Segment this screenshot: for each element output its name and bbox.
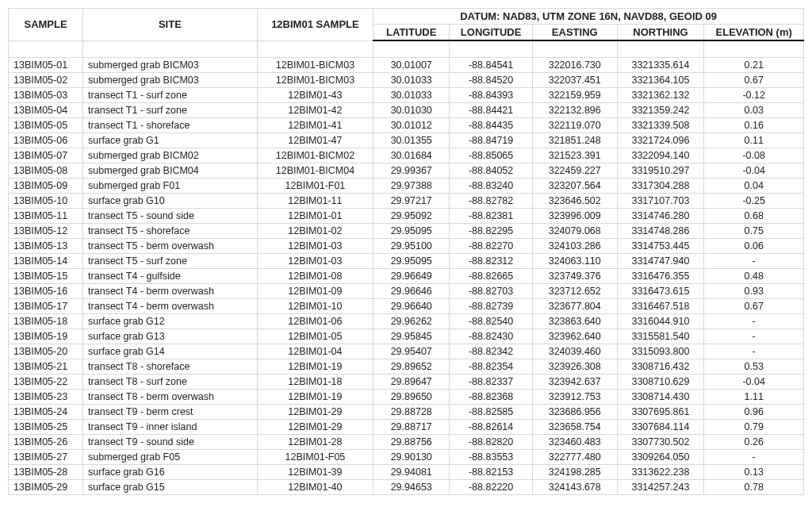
cell-north: 3317107.703 (617, 194, 704, 209)
cell-elev: 0.75 (704, 224, 804, 239)
cell-lat: 30.01007 (373, 58, 450, 73)
table-row: 13BIM05-29surface grab G1512BIM01-4029.9… (9, 480, 804, 495)
cell-bim: 12BIM01-03 (257, 254, 373, 269)
cell-lat: 29.95095 (373, 254, 450, 269)
cell-sample: 13BIM05-14 (9, 254, 83, 269)
cell-lat: 30.01033 (373, 88, 450, 103)
cell-bim: 12BIM01-40 (257, 480, 373, 495)
table-row: 13BIM05-04transect T1 - surf zone12BIM01… (9, 103, 804, 118)
cell-east: 321523.391 (532, 148, 617, 163)
table-row: 13BIM05-27submerged grab F0512BIM01-F052… (9, 450, 804, 465)
table-row: 13BIM05-17transect T4 - berm overwash12B… (9, 299, 804, 314)
table-row: 13BIM05-24transect T9 - berm crest12BIM0… (9, 405, 804, 420)
col-north: NORTHING (617, 25, 704, 41)
cell-elev: 0.67 (704, 299, 804, 314)
cell-bim: 12BIM01-28 (257, 435, 373, 450)
cell-sample: 13BIM05-17 (9, 299, 83, 314)
table-row: 13BIM05-23transect T8 - berm overwash12B… (9, 390, 804, 405)
cell-site: transect T1 - surf zone (83, 88, 258, 103)
cell-elev: -0.12 (704, 88, 804, 103)
table-row: 13BIM05-21transect T8 - shoreface12BIM01… (9, 359, 804, 374)
cell-bim: 12BIM01-F01 (257, 179, 373, 194)
cell-lon: -88.82430 (450, 329, 533, 344)
cell-bim: 12BIM01-18 (257, 374, 373, 390)
cell-north: 3308716.432 (617, 359, 704, 374)
cell-north: 3315581.540 (617, 329, 704, 344)
cell-bim: 12BIM01-19 (257, 359, 373, 374)
cell-bim: 12BIM01-41 (257, 118, 373, 133)
cell-lat: 29.94081 (373, 465, 450, 480)
cell-elev: 0.53 (704, 359, 804, 374)
cell-sample: 13BIM05-19 (9, 329, 83, 344)
cell-sample: 13BIM05-02 (9, 73, 83, 88)
cell-site: surface grab G15 (83, 480, 258, 495)
cell-elev: 0.67 (704, 73, 804, 88)
table-row: 13BIM05-14transect T5 - surf zone12BIM01… (9, 254, 804, 269)
table-row: 13BIM05-02submerged grab BICM0312BIM01-B… (9, 73, 804, 88)
cell-lat: 29.97217 (373, 194, 450, 209)
cell-site: surface grab G13 (83, 329, 258, 344)
cell-elev: - (704, 329, 804, 344)
cell-bim: 12BIM01-39 (257, 465, 373, 480)
cell-north: 3308710.629 (617, 374, 704, 390)
cell-site: transect T5 - shoreface (83, 224, 258, 239)
cell-elev: -0.08 (704, 148, 804, 163)
cell-north: 3314257.243 (617, 480, 704, 495)
cell-site: surface grab G14 (83, 344, 258, 359)
cell-elev: 0.68 (704, 209, 804, 224)
table-row: 13BIM05-20surface grab G1412BIM01-0429.9… (9, 344, 804, 359)
cell-sample: 13BIM05-20 (9, 344, 83, 359)
cell-lon: -88.84541 (450, 58, 533, 73)
table-row: 13BIM05-13transect T5 - berm overwash12B… (9, 239, 804, 254)
cell-elev: 0.13 (704, 465, 804, 480)
cell-north: 3319510.297 (617, 163, 704, 179)
cell-sample: 13BIM05-06 (9, 133, 83, 148)
cell-site: transect T4 - gulfside (83, 269, 258, 284)
col-datum: DATUM: NAD83, UTM ZONE 16N, NAVD88, GEOI… (373, 9, 804, 25)
cell-lon: -88.82354 (450, 359, 533, 374)
cell-north: 3314747.940 (617, 254, 704, 269)
cell-bim: 12BIM01-43 (257, 88, 373, 103)
cell-north: 3321724.096 (617, 133, 704, 148)
cell-north: 3321339.508 (617, 118, 704, 133)
cell-sample: 13BIM05-16 (9, 284, 83, 299)
cell-sample: 13BIM05-05 (9, 118, 83, 133)
cell-elev: 1.11 (704, 390, 804, 405)
cell-elev: 0.78 (704, 480, 804, 495)
col-bim: 12BIM01 SAMPLE (257, 9, 373, 41)
cell-bim: 12BIM01-06 (257, 314, 373, 329)
cell-east: 323686.956 (532, 405, 617, 420)
cell-north: 3313622.238 (617, 465, 704, 480)
cell-elev: 0.93 (704, 284, 804, 299)
cell-bim: 12BIM01-BICM03 (257, 58, 373, 73)
cell-elev: -0.25 (704, 194, 804, 209)
table-row: 13BIM05-22transect T8 - surf zone12BIM01… (9, 374, 804, 390)
cell-lat: 29.96649 (373, 269, 450, 284)
cell-east: 324039.460 (532, 344, 617, 359)
cell-elev: 0.21 (704, 58, 804, 73)
cell-site: surface grab G1 (83, 133, 258, 148)
cell-north: 3314753.445 (617, 239, 704, 254)
cell-site: submerged grab F01 (83, 179, 258, 194)
cell-east: 324079.068 (532, 224, 617, 239)
cell-bim: 12BIM01-19 (257, 390, 373, 405)
cell-site: transect T9 - inner island (83, 420, 258, 435)
cell-lon: -88.82820 (450, 435, 533, 450)
cell-site: transect T4 - berm overwash (83, 299, 258, 314)
cell-north: 3309264.050 (617, 450, 704, 465)
cell-bim: 12BIM01-11 (257, 194, 373, 209)
cell-sample: 13BIM05-28 (9, 465, 83, 480)
cell-north: 3315093.800 (617, 344, 704, 359)
cell-lat: 29.95092 (373, 209, 450, 224)
table-body: 13BIM05-01submerged grab BICM0312BIM01-B… (9, 40, 804, 495)
cell-east: 323996.009 (532, 209, 617, 224)
cell-sample: 13BIM05-18 (9, 314, 83, 329)
cell-lat: 30.01012 (373, 118, 450, 133)
cell-sample: 13BIM05-04 (9, 103, 83, 118)
cell-elev: - (704, 344, 804, 359)
cell-east: 323749.376 (532, 269, 617, 284)
cell-bim: 12BIM01-04 (257, 344, 373, 359)
cell-site: transect T5 - surf zone (83, 254, 258, 269)
cell-sample: 13BIM05-07 (9, 148, 83, 163)
cell-lon: -88.82782 (450, 194, 533, 209)
